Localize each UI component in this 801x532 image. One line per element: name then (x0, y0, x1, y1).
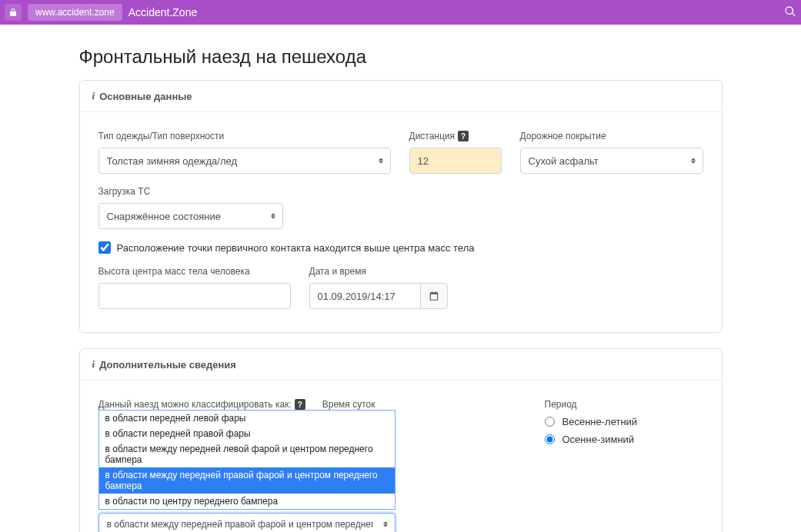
contact-above-label: Расположение точки первичного контакта н… (117, 242, 475, 254)
search-icon[interactable] (784, 5, 796, 20)
period-radio-autumn-winter[interactable]: Осенне-зимний (545, 434, 729, 445)
card-additional-header-label: Дополнительные сведения (99, 359, 236, 371)
distance-label: Дистанция ? (409, 131, 502, 141)
card-additional: i Дополнительные сведения Данный наезд м… (79, 348, 723, 532)
url-host: www.accident.zone (28, 4, 122, 21)
distance-input[interactable] (409, 148, 502, 174)
clothing-select[interactable]: Толстая зимняя одежда/лед (98, 148, 391, 174)
classify-option[interactable]: в области передней правой фары (99, 426, 395, 441)
clothing-label: Тип одежды/Тип поверхности (98, 131, 391, 141)
classify-dropdown-list[interactable]: в области передней левой фары в области … (98, 410, 395, 510)
classify-option[interactable]: в области между передней левой фарой и ц… (99, 441, 395, 467)
classify-option-selected[interactable]: в области между передней правой фарой и … (99, 467, 395, 494)
time-of-day-label: Время суток (322, 399, 375, 410)
app-title: Accident.Zone (128, 6, 198, 18)
info-icon: i (92, 358, 95, 371)
mass-height-input[interactable] (98, 283, 291, 309)
calendar-button[interactable] (420, 283, 448, 309)
card-basic-header-label: Основные данные (99, 91, 192, 102)
lock-icon (5, 4, 22, 21)
card-basic: i Основные данные Тип одежды/Тип поверхн… (79, 80, 723, 333)
help-icon[interactable]: ? (458, 131, 469, 141)
page-title: Фронтальный наезд на пешехода (79, 46, 723, 68)
calendar-icon (429, 291, 439, 301)
help-icon[interactable]: ? (295, 399, 305, 410)
datetime-label: Дата и время (309, 266, 448, 277)
road-label: Дорожное покрытие (520, 131, 703, 141)
classify-option[interactable]: в области по центру переднего бампера (99, 494, 395, 509)
classify-option[interactable]: в области передней левой фары (99, 411, 395, 426)
period-radio-spring-summer[interactable]: Весенне-летний (545, 416, 729, 427)
load-select[interactable]: Снаряжённое состояние (98, 203, 283, 229)
classify-select[interactable]: в области между передней правой фарой и … (98, 513, 395, 532)
contact-above-checkbox[interactable] (98, 241, 111, 254)
browser-title-bar: www.accident.zone Accident.Zone (0, 0, 801, 25)
card-basic-header: i Основные данные (80, 81, 722, 112)
load-label: Загрузка ТС (98, 186, 283, 197)
mass-height-label: Высота центра масс тела человека (98, 266, 291, 277)
datetime-input[interactable] (309, 283, 420, 309)
road-select[interactable]: Сухой асфальт (520, 148, 703, 174)
classify-label: Данный наезд можно классифицировать как:… (98, 399, 305, 410)
period-label: Период (545, 399, 729, 410)
card-additional-header: i Дополнительные сведения (80, 349, 722, 381)
info-icon: i (92, 90, 95, 102)
